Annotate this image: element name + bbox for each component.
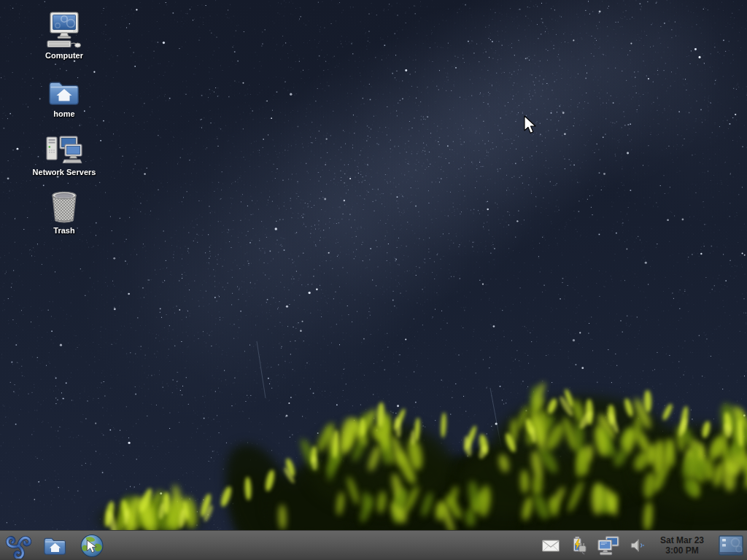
clock-date: Sat Mar 23 bbox=[656, 535, 708, 545]
volume-icon bbox=[627, 534, 646, 556]
main-menu-button[interactable] bbox=[6, 533, 31, 559]
taskbar-launchers bbox=[0, 533, 104, 559]
clock[interactable]: Sat Mar 23 3:00 PM bbox=[656, 535, 708, 556]
desktop-icon-trash[interactable]: Trash bbox=[26, 184, 102, 236]
system-tray: Sat Mar 23 3:00 PM bbox=[540, 533, 747, 559]
desktop-icon-label: home bbox=[53, 109, 74, 119]
desktop-icon-home[interactable]: home bbox=[26, 68, 102, 119]
display-icon bbox=[595, 534, 622, 557]
trash-icon bbox=[48, 184, 80, 224]
desktop-icon-network-servers[interactable]: Network Servers bbox=[26, 126, 102, 177]
desktop-icon-label: Computer bbox=[45, 51, 83, 61]
web-browser-button[interactable] bbox=[79, 533, 104, 559]
display-tray-button[interactable] bbox=[595, 534, 622, 557]
taskbar: Sat Mar 23 3:00 PM bbox=[0, 530, 747, 560]
home-folder-icon bbox=[47, 68, 82, 107]
desktop-icon-label: Trash bbox=[53, 226, 74, 236]
computer-icon bbox=[45, 9, 83, 49]
power-icon bbox=[568, 534, 589, 556]
file-manager-button[interactable] bbox=[42, 533, 68, 559]
volume-tray-button[interactable] bbox=[627, 534, 646, 556]
file-manager-icon bbox=[42, 533, 68, 559]
clock-time: 3:00 PM bbox=[656, 545, 708, 556]
desktop-icon-label: Network Servers bbox=[33, 168, 96, 177]
power-tray-button[interactable] bbox=[568, 534, 589, 556]
main-menu-icon bbox=[6, 533, 31, 559]
desktop[interactable]: Computer home bbox=[0, 0, 747, 560]
web-browser-icon bbox=[79, 533, 104, 559]
mail-icon bbox=[540, 534, 562, 556]
desktop-icon-computer[interactable]: Computer bbox=[26, 9, 102, 61]
network-servers-icon bbox=[44, 126, 84, 166]
wallpaper bbox=[0, 0, 747, 560]
show-desktop-button[interactable] bbox=[718, 533, 744, 559]
mail-tray-button[interactable] bbox=[540, 534, 562, 556]
show-desktop-icon bbox=[718, 534, 744, 558]
